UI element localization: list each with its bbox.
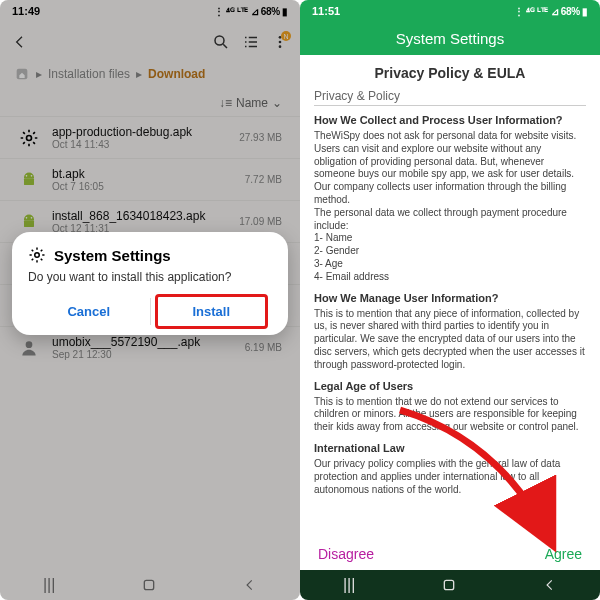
nav-recents-icon[interactable]: ||| (43, 576, 55, 594)
gear-icon (28, 246, 46, 264)
paragraph: The personal data we collect through pay… (314, 207, 586, 233)
heading: How We Collect and Process User Informat… (314, 114, 586, 126)
list-item: 2- Gender (314, 245, 586, 258)
nav-home-icon[interactable] (441, 577, 457, 593)
status-icons: ⋮ ⁴ᴳ ᴸᵀᴱ ⊿ 68% ▮ (514, 6, 588, 17)
heading: Legal Age of Users (314, 380, 586, 392)
heading: How We Manage User Information? (314, 292, 586, 304)
status-bar: 11:51 ⋮ ⁴ᴳ ᴸᵀᴱ ⊿ 68% ▮ (300, 0, 600, 22)
status-time: 11:51 (312, 5, 340, 17)
install-button[interactable]: Install (151, 298, 273, 325)
svg-rect-16 (145, 580, 154, 589)
action-bar: Disagree Agree (300, 538, 600, 570)
nav-recents-icon[interactable]: ||| (343, 576, 355, 594)
install-dialog: System Settings Do you want to install t… (12, 232, 288, 335)
agree-button[interactable]: Agree (545, 546, 582, 562)
title-bar: System Settings (300, 22, 600, 55)
list-item: 4- Email address (314, 271, 586, 284)
nav-bar: ||| (300, 570, 600, 600)
install-button-label: Install (192, 304, 230, 319)
nav-home-icon[interactable] (141, 577, 157, 593)
disagree-button[interactable]: Disagree (318, 546, 374, 562)
nav-bar: ||| (0, 570, 300, 600)
cancel-button[interactable]: Cancel (28, 298, 150, 325)
dialog-title: System Settings (54, 247, 171, 264)
list-item: 1- Name (314, 232, 586, 245)
dialog-message: Do you want to install this application? (28, 270, 272, 284)
heading: International Law (314, 442, 586, 454)
page-title: Privacy Policy & EULA (314, 65, 586, 81)
paragraph: TheWiSpy does not ask for personal data … (314, 130, 586, 181)
paragraph: This is to mention that any piece of inf… (314, 308, 586, 372)
nav-back-icon[interactable] (543, 578, 557, 592)
phone-right: 11:51 ⋮ ⁴ᴳ ᴸᵀᴱ ⊿ 68% ▮ System Settings P… (300, 0, 600, 600)
nav-back-icon[interactable] (243, 578, 257, 592)
policy-content[interactable]: Privacy Policy & EULA Privacy & Policy H… (300, 55, 600, 567)
paragraph: Our privacy policy complies with the gen… (314, 458, 586, 496)
list-item: 3- Age (314, 258, 586, 271)
paragraph: This is to mention that we do not extend… (314, 396, 586, 434)
phone-left: 11:49 ⋮ ⁴ᴳ ᴸᵀᴱ ⊿ 68% ▮ N ▸ Installation … (0, 0, 300, 600)
paragraph: Our company collects user information th… (314, 181, 586, 207)
section-head: Privacy & Policy (314, 89, 586, 106)
svg-point-15 (35, 253, 40, 258)
svg-rect-17 (445, 580, 454, 589)
